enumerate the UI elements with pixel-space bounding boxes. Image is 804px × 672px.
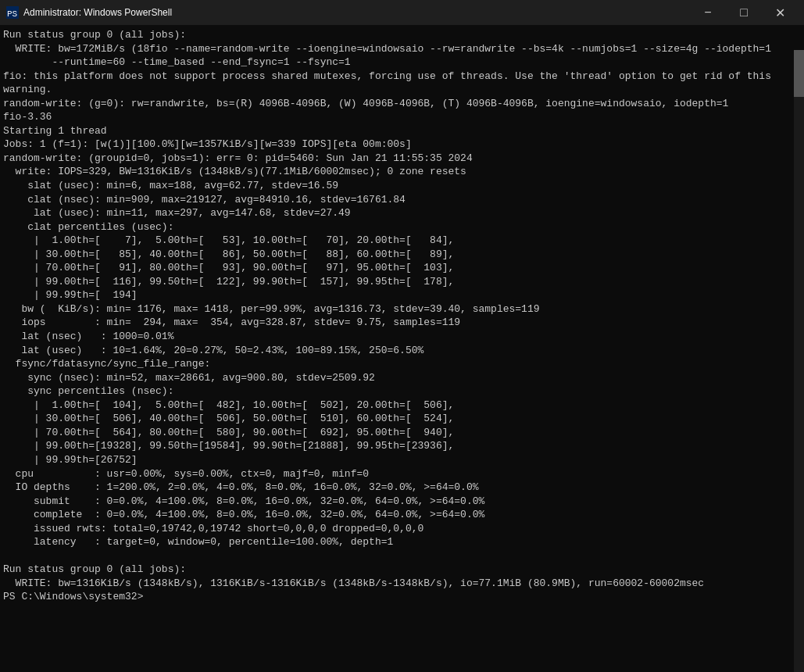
close-button[interactable]: ✕	[762, 0, 798, 25]
minimize-button[interactable]: −	[690, 0, 726, 25]
powershell-icon: PS	[6, 6, 19, 19]
window-controls: − □ ✕	[690, 0, 798, 25]
terminal-output[interactable]: Run status group 0 (all jobs): WRITE: bw…	[0, 25, 794, 672]
scrollbar-thumb[interactable]	[794, 50, 804, 97]
window-title: Administrator: Windows PowerShell	[23, 7, 690, 18]
scrollbar[interactable]	[794, 50, 804, 672]
maximize-button[interactable]: □	[726, 0, 762, 25]
window: PS Administrator: Windows PowerShell − □…	[0, 0, 804, 672]
terminal-wrapper: Run status group 0 (all jobs): WRITE: bw…	[0, 25, 804, 672]
title-bar: PS Administrator: Windows PowerShell − □…	[0, 0, 804, 25]
svg-text:PS: PS	[7, 9, 18, 19]
